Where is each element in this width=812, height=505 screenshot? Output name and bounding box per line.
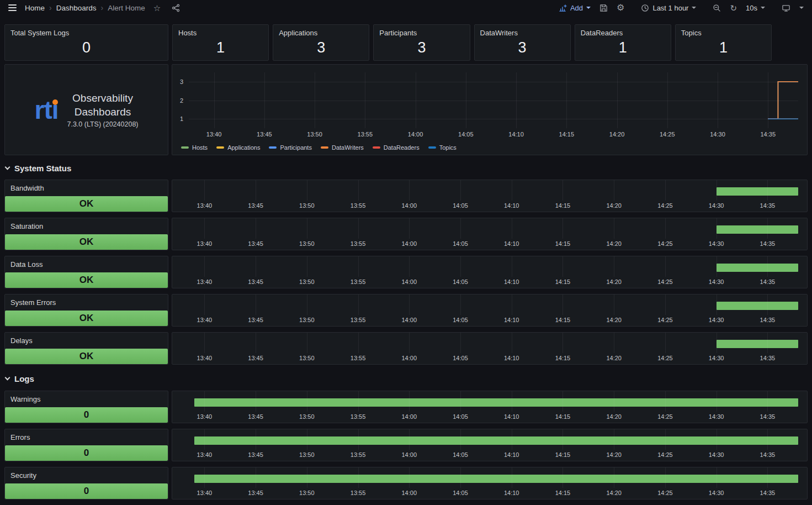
refresh-interval-dropdown[interactable]: 10s: [743, 3, 768, 13]
gridline: [307, 218, 307, 239]
errors-timeline-panel[interactable]: 13:4013:4513:5013:5514:0014:0514:1014:15…: [172, 429, 808, 461]
gridline: [562, 429, 563, 450]
bandwidth-timeline-panel[interactable]: 13:4013:4513:5013:5514:0014:0514:1014:15…: [172, 180, 808, 212]
x-tick-label: 14:15: [555, 317, 571, 323]
stat-panel-datawriters[interactable]: DataWriters 3: [474, 24, 571, 61]
gridline: [256, 294, 256, 315]
x-axis: 13:4013:4513:5013:5514:0014:0514:1014:15…: [189, 131, 798, 138]
x-tick-label: 13:45: [248, 451, 263, 458]
time-range-picker[interactable]: Last 1 hour: [638, 3, 699, 13]
system-errors-stat-panel[interactable]: System Errors OK: [4, 294, 168, 327]
x-tick-label: 13:45: [248, 355, 263, 361]
data-loss-timeline-panel[interactable]: 13:4013:4513:5013:5514:0014:0514:1014:15…: [172, 256, 808, 288]
delays-stat-panel[interactable]: Delays OK: [4, 332, 168, 365]
stat-value: 3: [475, 38, 570, 60]
x-tick-label: 14:35: [760, 451, 776, 458]
favorite-star-button[interactable]: ☆: [151, 3, 163, 13]
warnings-timeline-panel[interactable]: 13:4013:4513:5013:5514:0014:0514:1014:15…: [172, 391, 808, 423]
bandwidth-stat-panel[interactable]: Bandwidth OK: [4, 180, 168, 212]
stat-panel-participants[interactable]: Participants 3: [373, 24, 470, 61]
section-system-status[interactable]: System Status: [4, 161, 71, 175]
plot-area[interactable]: [179, 294, 798, 315]
plot-area[interactable]: [179, 180, 798, 201]
saturation-stat-panel[interactable]: Saturation OK: [4, 218, 168, 250]
legend-item-applications[interactable]: Applications: [216, 144, 260, 151]
entity-counts-chart-panel[interactable]: 123 13:4013:4513:5013:5514:0014:0514:101…: [172, 64, 808, 155]
gridline: [409, 391, 410, 412]
plot-area[interactable]: [179, 391, 798, 412]
panel-title: Participants: [374, 25, 469, 38]
x-tick-label: 13:40: [197, 490, 213, 496]
x-tick-label: 13:50: [299, 490, 315, 496]
warnings-stat-panel[interactable]: Warnings 0: [4, 391, 168, 423]
x-tick-label: 13:50: [299, 355, 315, 361]
gridline: [614, 218, 614, 239]
ok-state-bar: [717, 340, 798, 348]
gridline: [256, 256, 256, 277]
breadcrumb-dashboards[interactable]: Dashboards: [56, 4, 97, 12]
plot-area[interactable]: [179, 218, 798, 239]
x-tick-label: 14:00: [402, 202, 417, 209]
stat-panel-hosts[interactable]: Hosts 1: [172, 24, 269, 61]
breadcrumb-home[interactable]: Home: [25, 4, 45, 12]
delays-timeline-panel[interactable]: 13:4013:4513:5013:5514:0014:0514:1014:15…: [172, 332, 808, 365]
data-loss-stat-panel[interactable]: Data Loss OK: [4, 256, 168, 288]
gridline: [512, 180, 512, 201]
plot-area[interactable]: [179, 256, 798, 277]
gridline: [204, 429, 205, 450]
stat-panel-topics[interactable]: Topics 1: [675, 24, 772, 61]
legend-swatch: [269, 146, 277, 149]
dashboard-settings-button[interactable]: ⚙: [614, 2, 627, 13]
legend-item-hosts[interactable]: Hosts: [181, 144, 208, 151]
plot-area[interactable]: [179, 429, 798, 450]
stat-value: 3: [273, 38, 369, 60]
gridline: [665, 391, 666, 412]
stat-panel-datareaders[interactable]: DataReaders 1: [575, 24, 671, 61]
errors-stat-panel[interactable]: Errors 0: [4, 429, 168, 461]
y-axis: 123: [172, 72, 187, 128]
x-axis: 13:4013:4513:5013:5514:0014:0514:1014:15…: [179, 490, 798, 497]
branding-panel[interactable]: rti Observability Dashboards 7.3.0 (LTS)…: [4, 64, 168, 155]
legend-item-topics[interactable]: Topics: [428, 144, 457, 151]
x-tick-label: 14:25: [657, 413, 673, 420]
legend-item-datawriters[interactable]: DataWriters: [321, 144, 364, 151]
security-stat-panel[interactable]: Security 0: [4, 467, 168, 499]
panel-title: Data Loss: [5, 256, 168, 269]
x-tick-label: 14:15: [555, 355, 571, 361]
plot-area[interactable]: [179, 333, 798, 353]
x-tick-label: 14:30: [709, 202, 724, 209]
menu-toggle-button[interactable]: [6, 3, 19, 12]
add-button[interactable]: Add: [556, 3, 593, 13]
gridline: [512, 391, 512, 412]
gridline: [717, 294, 717, 315]
x-tick-label: 13:40: [197, 202, 213, 209]
x-tick-label: 13:55: [351, 451, 366, 458]
stat-panel-applications[interactable]: Applications 3: [273, 24, 369, 61]
gridline: [409, 256, 410, 277]
save-dashboard-button[interactable]: [597, 3, 611, 13]
system-errors-timeline-panel[interactable]: 13:4013:4513:5013:5514:0014:0514:1014:15…: [172, 294, 808, 327]
stat-panel-total-system-logs[interactable]: Total System Logs 0: [4, 24, 168, 61]
x-tick-label: 13:45: [257, 131, 272, 138]
legend-item-participants[interactable]: Participants: [269, 144, 311, 151]
x-tick-label: 13:55: [351, 278, 366, 285]
x-tick-label: 14:25: [657, 278, 673, 285]
x-tick-label: 13:45: [248, 490, 263, 496]
grafana-alert-home-dashboard: Home › Dashboards › Alert Home ☆: [0, 0, 812, 505]
gridline: [409, 467, 410, 488]
zoom-out-time-button[interactable]: [710, 3, 724, 13]
x-tick-label: 14:35: [760, 355, 776, 361]
refresh-button[interactable]: ↻: [727, 3, 740, 13]
section-title: Logs: [14, 374, 34, 383]
plot-area[interactable]: [179, 467, 798, 488]
saturation-timeline-panel[interactable]: 13:4013:4513:5013:5514:0014:0514:1014:15…: [172, 218, 808, 250]
section-logs[interactable]: Logs: [4, 371, 34, 386]
x-tick-label: 14:05: [453, 451, 468, 458]
legend-item-datareaders[interactable]: DataReaders: [373, 144, 420, 151]
plot-area[interactable]: [189, 72, 798, 128]
cycle-view-mode-button[interactable]: [779, 3, 793, 13]
security-timeline-panel[interactable]: 13:4013:4513:5013:5514:0014:0514:1014:15…: [172, 467, 808, 499]
status-row-delays: Delays OK 13:4013:4513:5013:5514:0014:05…: [4, 332, 808, 365]
navbar-more-button[interactable]: [797, 6, 806, 10]
share-button[interactable]: [169, 3, 183, 13]
